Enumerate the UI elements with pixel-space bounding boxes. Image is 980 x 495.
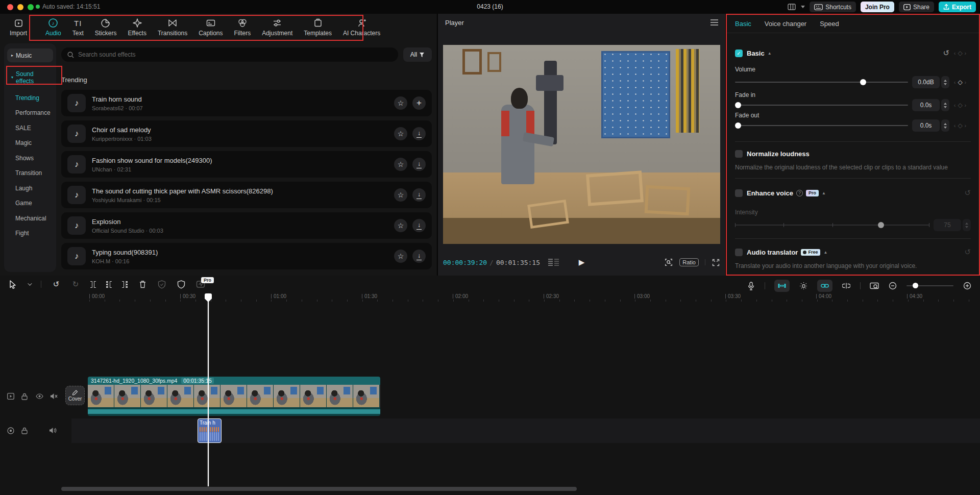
- hide-track-icon[interactable]: [36, 393, 43, 399]
- split-icon[interactable]: [90, 281, 96, 288]
- download-icon[interactable]: ↓: [412, 127, 426, 140]
- sidebar-item-laugh[interactable]: Laugh: [15, 181, 56, 196]
- playhead-line[interactable]: [208, 293, 209, 486]
- layout-caret-icon[interactable]: [801, 6, 805, 8]
- tab-basic[interactable]: Basic: [735, 20, 751, 28]
- sound-item-choir[interactable]: ♪ Choir of sad melodyKurippertronixxx · …: [61, 120, 432, 147]
- tab-adjustment[interactable]: Adjustment: [256, 15, 298, 40]
- sidebar-item-music[interactable]: ▸ Music: [7, 48, 53, 62]
- keyframe-nav[interactable]: ‹◇›: [949, 50, 971, 57]
- sidebar-item-mechanical[interactable]: Mechanical: [15, 211, 56, 226]
- sidebar-item-sound-effects[interactable]: ▾ Sound effects: [7, 70, 53, 84]
- sidebar-item-transition[interactable]: Transition: [15, 166, 56, 181]
- tab-filters[interactable]: Filters: [229, 15, 257, 40]
- sidebar-item-sale[interactable]: SALE: [15, 120, 56, 136]
- zoom-out-icon[interactable]: [888, 281, 897, 290]
- favorite-icon[interactable]: ☆: [394, 127, 407, 140]
- tab-effects[interactable]: Effects: [122, 15, 152, 40]
- help-icon[interactable]: ?: [796, 190, 803, 196]
- fullscreen-icon[interactable]: [712, 258, 720, 267]
- sidebar-item-shows[interactable]: Shows: [15, 151, 56, 166]
- fade-in-slider[interactable]: [735, 102, 908, 109]
- fade-out-keyframe[interactable]: ‹◇›: [949, 122, 971, 129]
- sidebar-item-trending[interactable]: Trending: [15, 90, 56, 106]
- mute-track-icon[interactable]: [50, 393, 58, 400]
- fade-out-value[interactable]: 0.0s: [912, 119, 940, 132]
- favorite-icon[interactable]: ☆: [394, 96, 407, 110]
- tab-audio[interactable]: ♪ Audio: [40, 15, 67, 40]
- audio-clip-train-horn[interactable]: Train h: [198, 418, 222, 443]
- ratio-button[interactable]: Ratio: [679, 258, 699, 266]
- enhance-voice-checkbox[interactable]: [735, 189, 743, 197]
- download-icon[interactable]: ↓: [412, 188, 426, 202]
- download-icon[interactable]: ↓: [412, 158, 426, 171]
- fade-in-keyframe[interactable]: ‹◇›: [949, 102, 971, 109]
- volume-value[interactable]: 0.0dB: [912, 76, 940, 88]
- layout-switch-icon[interactable]: [787, 3, 796, 12]
- share-button[interactable]: Share: [899, 2, 934, 12]
- video-preview[interactable]: [443, 45, 720, 244]
- tab-templates[interactable]: Templates: [298, 15, 337, 40]
- sidebar-item-magic[interactable]: Magic: [15, 136, 56, 151]
- download-icon[interactable]: ↓: [412, 219, 426, 232]
- export-button[interactable]: Export: [939, 2, 976, 12]
- sidebar-item-game[interactable]: Game: [15, 196, 56, 211]
- shortcuts-button[interactable]: Shortcuts: [810, 2, 856, 12]
- collapse-arrow-icon[interactable]: ▲: [768, 51, 772, 56]
- ripple-edit-icon[interactable]: [799, 281, 808, 290]
- download-icon[interactable]: ↓: [412, 250, 426, 263]
- favorite-icon[interactable]: ☆: [394, 188, 407, 202]
- volume-slider[interactable]: [735, 79, 908, 86]
- sound-item-typing[interactable]: ♪ Typing sound(908391)KOH.M · 00:16 ☆↓: [61, 243, 432, 269]
- tab-import[interactable]: Import: [4, 15, 33, 40]
- audio-translator-checkbox[interactable]: [735, 249, 743, 256]
- tab-transitions[interactable]: Transitions: [152, 15, 193, 40]
- sidebar-item-performance[interactable]: Performance: [15, 106, 56, 121]
- collapse-arrow-icon[interactable]: ▲: [822, 191, 826, 195]
- filter-all-button[interactable]: All: [403, 47, 432, 62]
- tab-text[interactable]: TI Text: [67, 15, 89, 40]
- delete-icon[interactable]: [138, 280, 147, 289]
- link-clips-icon[interactable]: [817, 280, 832, 292]
- lock-track-icon[interactable]: [21, 427, 28, 434]
- sound-item-asmr-scissors[interactable]: ♪ The sound of cutting thick paper with …: [61, 182, 432, 208]
- sound-item-train-horn[interactable]: ♪ Train horn soundSorabeats62 · 00:07 ☆+: [61, 90, 432, 116]
- sound-item-explosion[interactable]: ♪ ExplosionOfficial Sound Studio · 00:03…: [61, 212, 432, 239]
- video-clip[interactable]: 3147261-hd_1920_1080_30fps.mp4 00:01:35:…: [88, 377, 380, 416]
- select-tool-dropdown-icon[interactable]: [28, 281, 32, 285]
- zoom-in-icon[interactable]: [963, 281, 972, 290]
- tab-voice-changer[interactable]: Voice changer: [765, 20, 806, 28]
- play-button[interactable]: ▶: [579, 258, 585, 267]
- search-input[interactable]: [78, 51, 392, 58]
- timeline-horizontal-scrollbar[interactable]: [61, 487, 577, 491]
- collapse-arrow-icon[interactable]: ▲: [823, 250, 827, 255]
- preview-quality-icon[interactable]: [870, 281, 879, 290]
- volume-stepper[interactable]: [941, 76, 949, 88]
- record-voiceover-icon[interactable]: [746, 281, 755, 290]
- fade-in-value[interactable]: 0.0s: [912, 99, 940, 111]
- focus-preview-icon[interactable]: [664, 258, 673, 267]
- favorite-icon[interactable]: ☆: [394, 158, 407, 171]
- search-bar[interactable]: [61, 47, 398, 62]
- select-tool-icon[interactable]: [8, 280, 17, 289]
- reset-basic-icon[interactable]: ↺: [943, 48, 949, 58]
- fade-in-stepper[interactable]: [941, 99, 949, 111]
- tab-stickers[interactable]: Stickers: [89, 15, 122, 40]
- delete-right-icon[interactable]: [122, 281, 128, 288]
- lock-track-icon[interactable]: [21, 393, 28, 400]
- sidebar-item-fight[interactable]: Fight: [15, 226, 56, 241]
- normalize-loudness-checkbox[interactable]: [735, 150, 743, 158]
- tab-captions[interactable]: Captions: [193, 15, 228, 40]
- volume-keyframe[interactable]: ‹◇›: [949, 79, 971, 86]
- unlink-clips-icon[interactable]: [842, 281, 851, 290]
- favorite-icon[interactable]: ☆: [394, 250, 407, 263]
- join-pro-button[interactable]: Join Pro: [861, 2, 894, 12]
- timeline-ruler[interactable]: 00:00 00:30 01:00 01:30 02:00 02:30 03:0…: [0, 292, 980, 302]
- undo-icon[interactable]: ↺: [52, 280, 61, 289]
- player-menu-icon[interactable]: [710, 19, 718, 26]
- favorite-icon[interactable]: ☆: [394, 219, 407, 232]
- audio-track-volume-icon[interactable]: [49, 427, 57, 434]
- edit-cover-button[interactable]: Cover: [65, 386, 85, 405]
- tab-speed[interactable]: Speed: [820, 20, 839, 28]
- tab-ai-characters[interactable]: AI Characters: [337, 15, 386, 40]
